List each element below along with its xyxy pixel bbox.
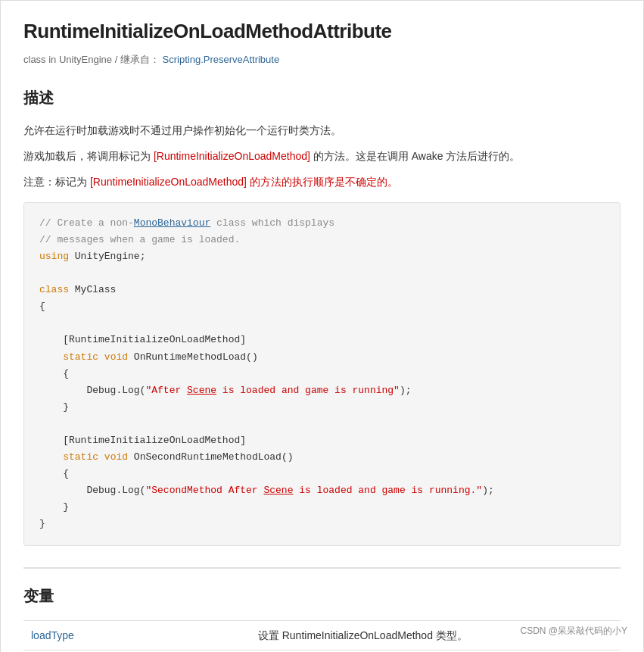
description-paragraph3: 注意：标记为 [RuntimeInitializeOnLoadMethod] 的… xyxy=(23,173,621,192)
description-paragraph1: 允许在运行时加载游戏时不通过用户操作初始化一个运行时类方法。 xyxy=(23,122,621,140)
breadcrumb: class in UnityEngine / 继承自： Scripting.Pr… xyxy=(23,52,621,68)
description-paragraph2: 游戏加载后，将调用标记为 [RuntimeInitializeOnLoadMet… xyxy=(23,148,621,166)
highlight-method1: [RuntimeInitializeOnLoadMethod] xyxy=(154,150,310,162)
description-section: 描述 允许在运行时加载游戏时不通过用户操作初始化一个运行时类方法。 游戏加载后，… xyxy=(23,86,621,191)
page-title: RuntimeInitializeOnLoadMethodAttribute xyxy=(23,16,621,48)
watermark: CSDN @呆呆敲代码的小Y xyxy=(515,622,632,640)
variable-link-loadtype[interactable]: loadType xyxy=(31,629,74,641)
breadcrumb-parent-link[interactable]: Scripting.PreserveAttribute xyxy=(163,54,280,65)
variables-separator xyxy=(23,567,621,569)
highlight-method2: [RuntimeInitializeOnLoadMethod] 的方法的执行顺序… xyxy=(90,176,398,188)
description-title: 描述 xyxy=(23,86,621,113)
variables-section: 变量 loadType 设置 RuntimeInitializeOnLoadMe… xyxy=(23,584,621,650)
variables-title: 变量 xyxy=(23,584,621,611)
breadcrumb-class: class in UnityEngine xyxy=(23,54,112,65)
breadcrumb-separator: / 继承自： xyxy=(115,54,160,65)
variable-name-cell: loadType xyxy=(23,620,250,650)
code-block: // Create a non-MonoBehaviour class whic… xyxy=(23,202,621,546)
page-container: RuntimeInitializeOnLoadMethodAttribute c… xyxy=(0,0,644,652)
